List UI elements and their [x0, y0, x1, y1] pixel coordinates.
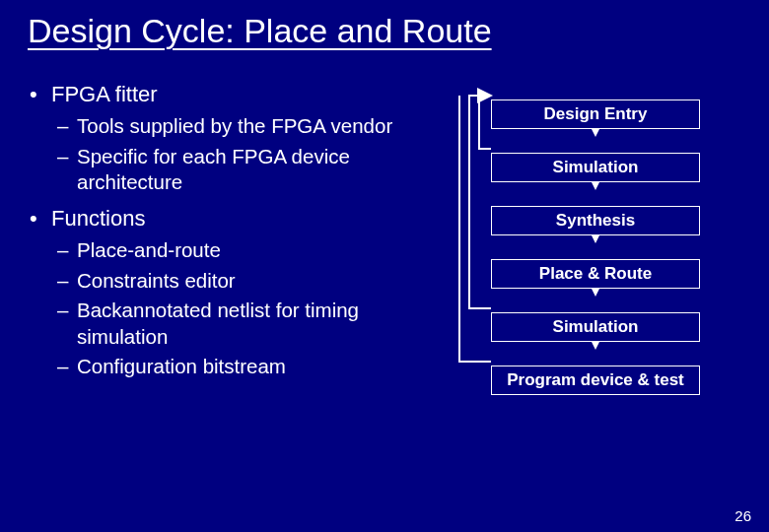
bullet-text: Functions — [51, 206, 145, 231]
bullet-fpga-fitter: FPGA fitter — [30, 82, 434, 107]
right-column: Design Entry Simulation Synthesis Place … — [434, 82, 730, 403]
stage-simulation-1: Simulation — [491, 153, 700, 182]
content-area: FPGA fitter Tools supplied by the FPGA v… — [0, 56, 769, 403]
sub-bullet: Constraints editor — [30, 268, 434, 295]
sub-bullet: Backannotated netlist for timing simulat… — [30, 298, 434, 350]
stage-synthesis: Synthesis — [491, 206, 700, 235]
left-column: FPGA fitter Tools supplied by the FPGA v… — [0, 82, 434, 403]
stage-program-test: Program device & test — [491, 366, 700, 395]
stage-place-route: Place & Route — [491, 259, 700, 289]
sub-bullet: Tools supplied by the FPGA vendor — [30, 113, 434, 140]
sub-bullet: Configuration bitstream — [30, 354, 434, 380]
page-number: 26 — [734, 507, 751, 524]
slide-title: Design Cycle: Place and Route — [0, 0, 769, 56]
flow-connectors — [434, 82, 730, 407]
sub-bullet: Place-and-route — [30, 237, 434, 264]
sub-bullet: Specific for each FPGA device architectu… — [30, 144, 434, 196]
stage-simulation-2: Simulation — [491, 312, 700, 342]
bullet-text: FPGA fitter — [51, 82, 158, 106]
bullet-functions: Functions — [30, 206, 434, 232]
stage-design-entry: Design Entry — [491, 100, 700, 129]
